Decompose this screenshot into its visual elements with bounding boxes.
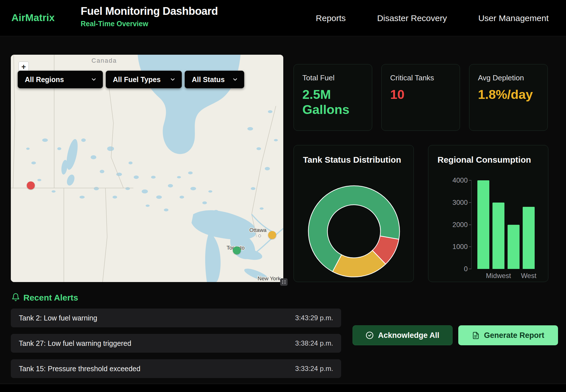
- alert-time: 3:33:24 p.m.: [295, 365, 333, 373]
- y-axis-tick-label: 3000: [445, 199, 468, 207]
- map-label-canada: Canada: [91, 57, 117, 64]
- alert-message: Tank 15: Pressure threshold exceeded: [19, 365, 141, 373]
- chevron-down-icon: [91, 76, 97, 83]
- stat-card-avg-depletion: Avg Depletion 1.8%/day: [469, 64, 548, 131]
- map-city-dot-ottawa: [258, 235, 261, 237]
- nav-disaster-recovery[interactable]: Disaster Recovery: [377, 13, 447, 23]
- alert-message: Tank 27: Low fuel warning triggered: [19, 339, 131, 348]
- x-axis-tick-label: West: [521, 272, 536, 280]
- y-axis-tick-label: 1000: [445, 243, 468, 251]
- stat-label: Critical Tanks: [390, 74, 451, 82]
- map-filter-bar: All Regions All Fuel Types All Status: [18, 71, 244, 88]
- y-axis-tick-label: 4000: [445, 176, 468, 184]
- map-resize-handle[interactable]: [280, 278, 288, 286]
- fuel-type-filter-value: All Fuel Types: [113, 75, 161, 84]
- status-filter-dropdown[interactable]: All Status: [185, 71, 244, 88]
- app-logo[interactable]: AirMatrix: [11, 12, 55, 23]
- fuel-monitoring-dashboard: AirMatrix Fuel Monitoring Dashboard Real…: [0, 0, 566, 392]
- map-canvas: Canada Ottawa Toronto New York: [11, 55, 283, 282]
- consumption-bar-2: [508, 225, 520, 269]
- chevron-down-icon: [232, 76, 238, 83]
- alert-row[interactable]: Tank 2: Low fuel warning 3:43:29 p.m.: [11, 309, 341, 327]
- check-circle-icon: [366, 331, 374, 339]
- regional-consumption-panel: Regional Consumption 01000200030004000 M…: [428, 145, 548, 282]
- stat-label: Avg Depletion: [478, 74, 539, 82]
- fuel-type-filter-dropdown[interactable]: All Fuel Types: [106, 71, 182, 88]
- stat-card-total-fuel: Total Fuel 2.5M Gallons: [294, 64, 372, 131]
- title-block: Fuel Monitoring Dashboard Real-Time Over…: [81, 5, 218, 28]
- status-filter-value: All Status: [192, 75, 225, 84]
- alert-time: 3:38:24 p.m.: [295, 339, 333, 347]
- recent-alerts-heading: Recent Alerts: [23, 293, 78, 303]
- alert-row[interactable]: Tank 15: Pressure threshold exceeded 3:3…: [11, 359, 341, 378]
- donut-chart-title: Tank Status Distribution: [303, 155, 401, 165]
- map-panel[interactable]: Canada Ottawa Toronto New York + All Reg…: [11, 55, 283, 282]
- generate-report-label: Generate Report: [484, 331, 544, 340]
- main-nav: Reports Disaster Recovery User Managemen…: [316, 0, 549, 36]
- report-document-icon: [472, 332, 480, 339]
- bar-chart-axis-line: [471, 180, 472, 269]
- footer-bar: [0, 384, 566, 392]
- region-filter-dropdown[interactable]: All Regions: [18, 71, 103, 88]
- chevron-down-icon: [170, 76, 176, 83]
- stat-value-total-fuel: 2.5M Gallons: [302, 87, 363, 117]
- alert-time: 3:43:29 p.m.: [295, 314, 333, 322]
- app-header: AirMatrix Fuel Monitoring Dashboard Real…: [0, 0, 566, 36]
- page-subtitle: Real-Time Overview: [81, 20, 218, 28]
- stat-value-avg-depletion: 1.8%/day: [478, 87, 539, 102]
- tank-status-donut-chart: [306, 183, 402, 280]
- stat-label: Total Fuel: [302, 74, 363, 82]
- nav-user-management[interactable]: User Management: [478, 13, 549, 23]
- map-marker-normal[interactable]: [233, 246, 241, 254]
- consumption-bar-0: [477, 180, 489, 269]
- regional-consumption-bar-chart: [477, 180, 537, 269]
- region-filter-value: All Regions: [25, 75, 64, 84]
- stat-value-critical-tanks: 10: [390, 87, 451, 102]
- y-axis-tick-label: 2000: [445, 221, 468, 229]
- map-label-new-york: New York: [258, 275, 281, 281]
- bar-chart-title: Regional Consumption: [437, 155, 531, 165]
- map-label-ottawa: Ottawa: [249, 227, 267, 233]
- y-axis-tick-label: 0: [445, 265, 468, 273]
- bell-icon: [11, 293, 20, 301]
- generate-report-button[interactable]: Generate Report: [458, 325, 558, 345]
- alert-message: Tank 2: Low fuel warning: [19, 314, 97, 322]
- consumption-bar-1: [492, 203, 504, 269]
- tank-status-distribution-panel: Tank Status Distribution: [294, 145, 414, 282]
- nav-reports[interactable]: Reports: [316, 13, 346, 23]
- page-title: Fuel Monitoring Dashboard: [81, 5, 218, 17]
- acknowledge-all-button[interactable]: Acknowledge All: [353, 325, 453, 345]
- map-marker-critical[interactable]: [27, 181, 35, 189]
- map-marker-warning[interactable]: [268, 231, 276, 239]
- consumption-bar-3: [523, 207, 535, 269]
- x-axis-tick-label: Midwest: [486, 272, 511, 280]
- grip-dots-icon: [282, 280, 286, 284]
- alert-row[interactable]: Tank 27: Low fuel warning triggered 3:38…: [11, 334, 341, 353]
- acknowledge-all-label: Acknowledge All: [378, 331, 439, 340]
- stat-card-critical-tanks: Critical Tanks 10: [381, 64, 460, 131]
